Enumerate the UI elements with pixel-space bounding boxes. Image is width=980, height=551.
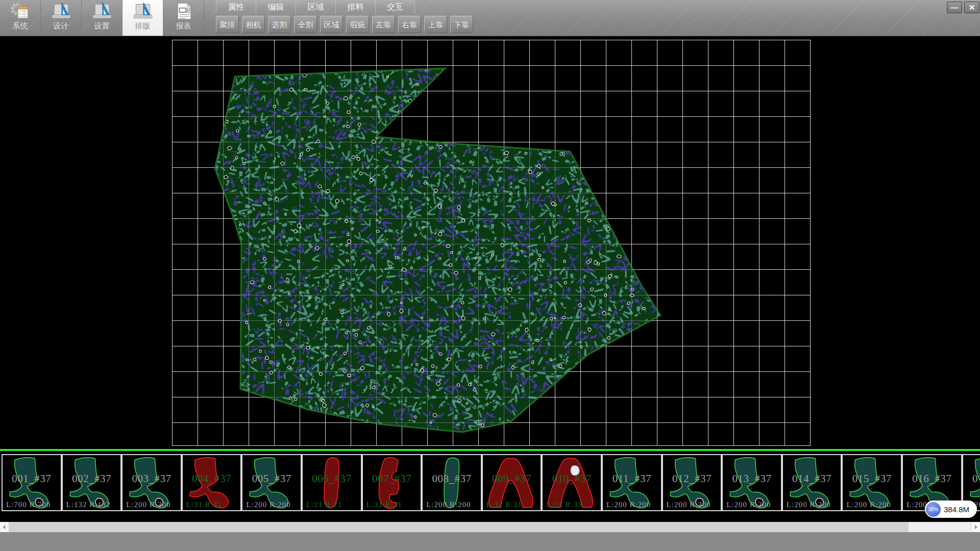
module-icon-strip: 系统设计设置排版报表 [0,0,204,36]
part-thumbnail-015_#37[interactable]: 015_#37L:200 R:200 [842,454,902,511]
part-thumbnail-010_#37[interactable]: 010_#37L:33 R:33 [542,454,602,511]
menu-属性[interactable]: 属性 [216,0,256,14]
tool-左靠[interactable]: 左靠 [372,16,395,33]
memory-amount-label: 384.8M [944,505,969,514]
part-shape [303,455,361,510]
part-thumbnail-012_#37[interactable]: 012_#37L:200 R:200 [662,454,722,511]
part-shape [63,455,121,510]
tool-全割[interactable]: 全割 [294,16,317,33]
module-button-label: 系统 [13,21,28,31]
module-button-label: 设置 [94,21,110,31]
module-button-报表[interactable]: 报表 [163,0,204,36]
memory-usage-badge[interactable]: 38% 384.8M [925,500,977,518]
menu-区域[interactable]: 区域 [296,0,335,14]
part-shape [603,455,661,510]
module-button-label: 设计 [54,21,69,31]
close-button[interactable]: ✕ [964,2,979,13]
system-gear-icon [10,2,31,21]
part-shape [543,455,601,510]
part-thumbnail-004_#37[interactable]: 004_#37L:31 R:31 [182,454,242,511]
status-footer [0,532,980,551]
part-thumbnail-011_#37[interactable]: 011_#37L:200 R:200 [602,454,662,511]
menu-排料[interactable]: 排料 [335,0,375,14]
part-thumbnail-008_#37[interactable]: 008_#37L:200 R:200 [422,454,482,511]
scrollbar-thumb[interactable] [9,522,909,532]
part-shape [783,455,841,510]
part-thumbnail-014_#37[interactable]: 014_#37L:200 R:200 [782,454,842,511]
menu-编辑[interactable]: 编辑 [256,0,296,14]
menu-交互[interactable]: 交互 [375,0,415,14]
part-thumbnail-009_#37[interactable]: 009_#37L:32 R:31 [482,454,542,511]
memory-percent-icon: 38% [926,502,941,517]
tool-下靠[interactable]: 下靠 [450,16,473,33]
horizontal-scrollbar[interactable]: ‹ › [0,522,980,532]
nesting-canvas[interactable] [172,40,811,446]
part-shape [843,455,901,510]
part-thumbnail-006_#37[interactable]: 006_#37L:21 R:21 [302,454,362,511]
part-thumbnail-003_#37[interactable]: 003_#37L:200 R:200 [121,454,182,511]
part-shape [3,455,61,510]
parts-thumbnail-strip: 001_#37L:700 R:700002_#37L:132 R:132003_… [0,451,980,522]
main-toolbar: 系统设计设置排版报表 属性编辑区域排料交互 聚排相机选割全割区域瑕疵左靠右靠上靠… [0,0,980,36]
part-shape [723,455,781,510]
part-thumbnail-013_#37[interactable]: 013_#37L:200 R:200 [722,454,782,511]
part-thumbnail-005_#37[interactable]: 005_#37L:200 R:200 [241,454,302,511]
module-button-系统[interactable]: 系统 [0,0,41,36]
tool-选割[interactable]: 选割 [268,16,291,33]
layout-ruler-icon [132,2,154,21]
minimize-button[interactable]: — [947,2,962,13]
part-thumbnail-002_#37[interactable]: 002_#37L:132 R:132 [62,454,122,511]
part-shape [363,455,421,510]
scroll-left-button[interactable]: ‹ [0,522,9,532]
part-shape [423,455,481,510]
module-button-排版[interactable]: 排版 [122,0,163,36]
settings-ruler-icon [91,2,113,21]
tool-区域[interactable]: 区域 [320,16,343,33]
tool-聚排[interactable]: 聚排 [216,16,239,33]
part-shape [483,455,541,510]
part-shape [122,455,181,510]
part-thumbnail-001_#37[interactable]: 001_#37L:700 R:700 [2,454,62,511]
module-button-设置[interactable]: 设置 [82,0,122,36]
part-shape [183,455,241,510]
module-button-label: 报表 [176,21,191,31]
report-doc-icon [173,2,194,21]
tool-右靠[interactable]: 右靠 [398,16,421,33]
module-button-设计[interactable]: 设计 [41,0,82,36]
scroll-right-button[interactable]: › [971,522,980,532]
design-ruler-icon [51,2,72,21]
part-shape [242,455,301,510]
part-shape [663,455,721,510]
menu-bar: 属性编辑区域排料交互 [216,0,415,14]
module-button-label: 排版 [135,21,151,31]
tool-上靠[interactable]: 上靠 [424,16,447,33]
tool-相机[interactable]: 相机 [242,16,265,33]
tool-瑕疵[interactable]: 瑕疵 [346,16,369,33]
tool-button-row: 聚排相机选割全割区域瑕疵左靠右靠上靠下靠 [216,16,476,33]
part-thumbnail-007_#37[interactable]: 007_#37L:31 R:31 [362,454,422,511]
application-window: 系统设计设置排版报表 属性编辑区域排料交互 聚排相机选割全割区域瑕疵左靠右靠上靠… [0,0,980,551]
